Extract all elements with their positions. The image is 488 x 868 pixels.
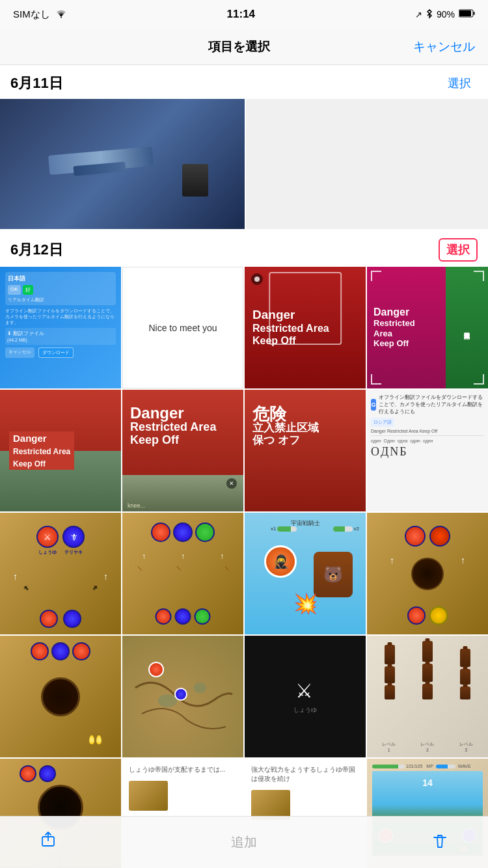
photo-google-translate[interactable]: G オフライン翻訳ファイルをダウンロードすることで、カメラを使ったリアルタイム翻… <box>367 390 488 511</box>
status-right: ↗ 90% <box>415 8 475 21</box>
content-area: 6月11日 選択 6月12日 選択 日本語 OK 好 <box>0 65 488 868</box>
delete-icon <box>431 832 449 852</box>
photo-nice-meet[interactable]: Nice to meet you <box>122 267 243 388</box>
section-date-june12: 6月12日 <box>10 240 63 260</box>
svg-point-0 <box>61 16 62 18</box>
status-time: 11:14 <box>227 8 255 21</box>
add-button[interactable]: 追加 <box>231 834 257 851</box>
svg-rect-2 <box>474 12 475 15</box>
nice-meet-text: Nice to meet you <box>148 323 217 333</box>
delete-button[interactable] <box>431 832 449 852</box>
nav-bar: 項目を選択 キャンセル <box>0 29 488 65</box>
photo-dark[interactable]: ⚔ しょうゆ <box>245 636 366 757</box>
svg-point-5 <box>193 683 206 693</box>
status-left: SIMなし <box>13 8 67 21</box>
soy-text2-title: 強大な戦力をようするしょうゆ帝国は侵攻を続け <box>251 765 359 783</box>
bottom-toolbar: 追加 <box>0 816 488 868</box>
section-date-june11: 6月11日 <box>10 74 63 93</box>
nav-title: 項目を選択 <box>208 38 270 55</box>
photo-danger-red-cam[interactable]: Danger Restricted Area Keep Off <box>245 267 366 388</box>
photo-game1[interactable]: ⚔ しょうゆ 🗡 テリヤキ ↑ ↑ 🗡 🗡 <box>0 513 121 634</box>
photo-bottles[interactable]: レベル1 レベル2 レベル3 <box>367 636 488 757</box>
soy-text1-title: しょうゆ帝国が支配するまでは... <box>129 765 237 774</box>
share-icon <box>39 830 57 853</box>
carrier-label: SIMなし <box>13 8 50 21</box>
wifi-icon <box>55 9 67 20</box>
photo-game-sky[interactable]: 宇宙戦騎士 x1 v2 🥷 🐻 💥 <box>245 513 366 634</box>
cancel-button[interactable]: キャンセル <box>413 38 475 55</box>
photo-game4[interactable] <box>0 636 121 757</box>
photo-kiken[interactable]: 危険 立入禁止区域 保つ オフ <box>245 390 366 511</box>
photo-map1[interactable] <box>122 636 243 757</box>
share-button[interactable] <box>39 830 57 854</box>
battery-icon <box>459 9 475 20</box>
battery-percent: 90% <box>437 9 455 20</box>
photo-japanese-app[interactable]: 日本語 OK 好 リアルタイム翻訳 オフライン翻訳ファイルをダウンロードすること… <box>0 267 121 388</box>
location-icon: ↗ <box>415 10 422 20</box>
section-header-june12: 6月12日 選択 <box>0 230 488 267</box>
photo-gun[interactable] <box>0 99 245 229</box>
svg-rect-3 <box>459 10 471 16</box>
photo-danger-small[interactable]: Danger Restricted Area Keep Off <box>0 390 121 511</box>
section-header-june11: 6月11日 選択 <box>0 65 488 99</box>
photo-empty-june11 <box>246 99 488 229</box>
bluetooth-icon <box>426 8 433 21</box>
photo-danger-big[interactable]: knee... Danger Restricted Area Keep Off … <box>122 390 243 511</box>
photo-danger-pink[interactable]: Danger Restricted Area Keep Off 危険区域立入禁止 <box>367 267 488 388</box>
section-select-june12[interactable]: 選択 <box>439 238 478 262</box>
status-bar: SIMなし 11:14 ↗ 90% <box>0 0 488 29</box>
section-select-june11[interactable]: 選択 <box>441 73 478 94</box>
photo-game3[interactable]: ↑ ↑ <box>367 513 488 634</box>
photo-game2[interactable]: ↑ ↑ ↑ | | | <box>122 513 243 634</box>
